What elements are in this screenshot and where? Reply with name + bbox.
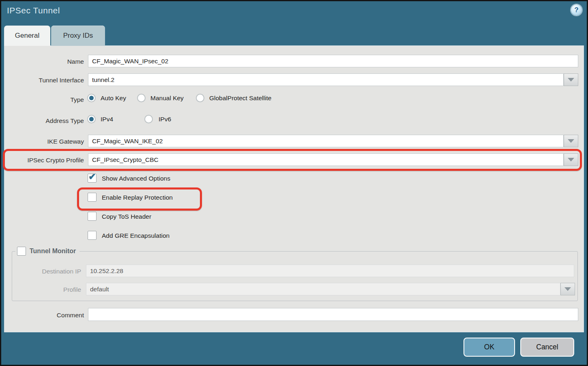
copy-tos-header-label[interactable]: Copy ToS Header — [102, 212, 151, 222]
show-advanced-options-label[interactable]: Show Advanced Options — [102, 174, 170, 183]
ipsec-crypto-profile-dropdown-button[interactable] — [564, 153, 578, 166]
destination-ip-label: Destination IP — [12, 265, 81, 278]
tunnel-monitor-checkbox[interactable] — [17, 247, 26, 256]
enable-replay-protection-checkbox[interactable] — [88, 193, 97, 202]
copy-tos-header-checkbox[interactable] — [88, 212, 97, 221]
address-type-ipv4-label[interactable]: IPv4 — [101, 114, 113, 124]
profile-input — [86, 283, 560, 295]
address-type-label: Address Type — [4, 114, 84, 127]
chevron-down-icon — [564, 287, 571, 291]
tab-general[interactable]: General — [4, 26, 50, 46]
ipsec-tunnel-dialog: IPSec Tunnel ? General Proxy IDs Name Tu… — [0, 0, 588, 366]
dialog-title: IPSec Tunnel — [7, 6, 60, 15]
ipsec-crypto-profile-input[interactable] — [88, 153, 564, 166]
help-button[interactable]: ? — [571, 4, 582, 15]
type-auto-key-label[interactable]: Auto Key — [101, 93, 126, 103]
tunnel-monitor-label[interactable]: Tunnel Monitor — [30, 248, 76, 255]
tunnel-interface-input[interactable] — [88, 73, 564, 86]
chevron-down-icon — [568, 158, 574, 161]
type-auto-key-radio[interactable] — [87, 94, 96, 102]
tunnel-monitor-legend: Tunnel Monitor — [15, 247, 79, 256]
tunnel-interface-label: Tunnel Interface — [4, 74, 84, 86]
enable-replay-protection-label[interactable]: Enable Replay Protection — [102, 193, 173, 202]
ike-gateway-dropdown-button[interactable] — [564, 135, 578, 147]
add-gre-encapsulation-label[interactable]: Add GRE Encapsulation — [102, 231, 170, 241]
type-globalprotect-satellite-label[interactable]: GlobalProtect Satellite — [209, 93, 271, 103]
address-type-ipv6-label[interactable]: IPv6 — [159, 114, 171, 124]
comment-label: Comment — [4, 309, 84, 321]
question-mark-icon: ? — [574, 6, 578, 13]
ike-gateway-input[interactable] — [88, 135, 564, 147]
name-label: Name — [4, 55, 84, 68]
ok-button[interactable]: OK — [464, 338, 515, 357]
profile-dropdown-button — [560, 283, 575, 295]
type-manual-key-radio[interactable] — [137, 94, 146, 102]
name-input[interactable] — [88, 55, 578, 67]
profile-label: Profile — [12, 283, 81, 296]
general-tab-panel: Name Tunnel Interface Type Auto Key Manu… — [4, 45, 584, 332]
chevron-down-icon — [568, 139, 574, 143]
ike-gateway-label: IKE Gateway — [4, 135, 84, 148]
ipsec-crypto-profile-label: IPSec Crypto Profile — [4, 154, 84, 166]
tunnel-monitor-group: Tunnel Monitor Destination IP Profile — [12, 251, 578, 301]
add-gre-encapsulation-checkbox[interactable] — [88, 231, 97, 240]
chevron-down-icon — [568, 78, 574, 82]
show-advanced-options-checkbox[interactable] — [88, 174, 97, 183]
type-globalprotect-satellite-radio[interactable] — [196, 94, 204, 102]
comment-input[interactable] — [88, 308, 578, 321]
address-type-ipv6-radio[interactable] — [144, 115, 153, 123]
type-manual-key-label[interactable]: Manual Key — [150, 93, 184, 103]
tab-proxy-ids[interactable]: Proxy IDs — [51, 26, 105, 46]
address-type-ipv4-radio[interactable] — [87, 115, 96, 123]
type-label: Type — [4, 93, 84, 106]
cancel-button[interactable]: Cancel — [520, 338, 574, 357]
tunnel-interface-dropdown-button[interactable] — [564, 73, 578, 86]
destination-ip-input — [86, 265, 574, 277]
